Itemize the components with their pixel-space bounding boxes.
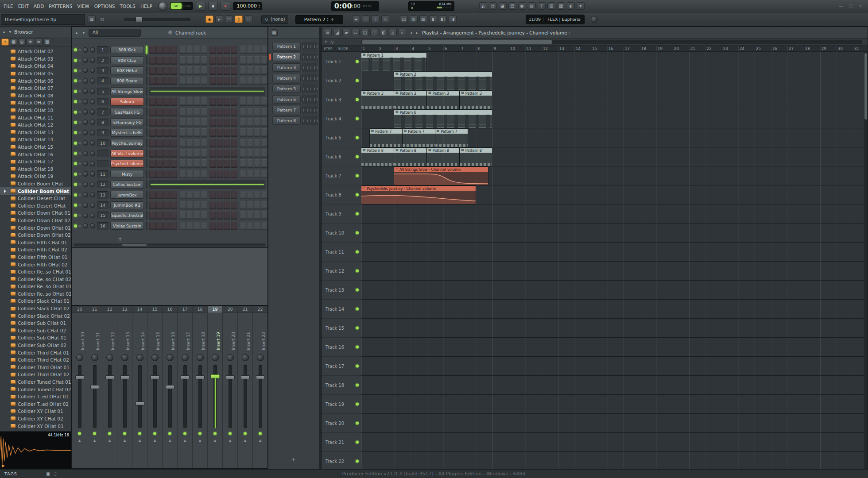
pattern-row[interactable]: Pattern 4 [268,73,319,84]
rack-collapse-icon[interactable]: ▴ [74,29,79,36]
step-cell[interactable] [261,170,267,178]
tempo-display[interactable]: 100.000 ▴▾ [233,2,262,10]
mixer-fader-handle[interactable] [151,375,159,379]
step-cell[interactable] [156,159,163,168]
step-cell[interactable] [254,191,260,199]
step-cell[interactable] [186,108,193,116]
step-cell[interactable] [163,201,170,209]
mixer-fader-handle[interactable] [75,375,84,379]
step-cell[interactable] [261,149,267,158]
channel-number[interactable]: 9 [97,129,108,136]
add-channel-button[interactable]: + [116,236,124,242]
browser-item[interactable]: Attack OHat 11 [0,114,71,121]
step-cell[interactable] [231,191,237,199]
channel-button[interactable]: Cellos Sustain [110,181,144,189]
step-cell[interactable] [247,139,253,147]
playlist-v-scrollbar[interactable] [864,52,868,469]
playlist-track-led[interactable] [356,136,359,139]
step-cell[interactable] [201,211,207,220]
step-cell[interactable] [231,118,237,127]
step-cell[interactable] [231,66,237,75]
mixer-track-name[interactable]: Insert 20 [223,313,237,352]
step-cell[interactable] [224,66,230,75]
pointer-tool-icon[interactable]: ◢ [333,29,341,36]
channel-enable-led[interactable] [74,183,77,186]
step-cell[interactable] [240,118,246,127]
step-cell[interactable] [261,159,267,168]
visualizer-icon[interactable]: ▦ [557,2,565,10]
mixer-track-led[interactable] [153,432,156,435]
mixer-track-number[interactable]: 21 [238,306,252,313]
browser-item[interactable]: Collider Desert OHat [0,202,71,209]
browser-item[interactable]: Collider Sub OHat 01 [0,334,71,342]
step-cell[interactable] [254,170,260,178]
browser-item[interactable]: Attack OHat 04 [0,62,71,70]
pattern-mode-label[interactable]: PAT [171,3,182,9]
step-cell[interactable] [254,118,260,127]
step-cell[interactable] [254,222,260,230]
step-cell[interactable] [209,97,216,106]
pan-knob[interactable] [83,120,88,125]
playlist-track-header[interactable]: Track 20 [322,414,361,433]
step-cell[interactable] [170,128,177,137]
playlist-track-led[interactable] [356,231,359,235]
step-cell[interactable] [209,118,216,127]
step-cell[interactable] [224,56,230,65]
browser-item[interactable]: Collider Third CHat 02 [0,356,71,364]
mixer-track-number[interactable]: 14 [132,306,147,313]
pan-knob[interactable] [83,130,88,135]
mixer-strip[interactable]: 17Insert 17▲ [178,306,193,468]
step-cell[interactable] [149,128,156,137]
step-cell[interactable] [194,97,200,106]
pan-knob[interactable] [83,161,88,166]
browser-item[interactable]: Attack OHat 03 [0,55,71,63]
step-grid[interactable] [149,139,268,147]
pattern-name-button[interactable]: Pattern 6 [272,95,301,104]
step-cell[interactable] [224,191,230,199]
step-grid[interactable] [149,221,268,230]
channel-number[interactable]: 13 [97,191,108,199]
mixer-strip[interactable]: 12Insert 12▲ [102,306,117,468]
browser-item[interactable]: Collider Fifth OHat 01 [0,254,71,261]
step-cell[interactable] [254,108,260,116]
pattern-clip[interactable]: ▤Pattern 7 [403,129,435,147]
step-cell[interactable] [217,191,223,199]
step-cell[interactable] [261,191,267,199]
add-track-icon[interactable]: + [324,38,328,46]
browser-item[interactable]: Attack OHat 09 [0,99,71,107]
mixer-pan-knob[interactable] [91,354,98,361]
pattern-list-menu-icon[interactable]: ▦ [271,29,278,36]
mixer-fader-handle[interactable] [211,374,220,378]
step-cell[interactable] [254,139,260,147]
pattern-name-button[interactable]: Pattern 1 [272,42,301,50]
mixer-track-led[interactable] [213,432,217,435]
browser-item[interactable]: Collider T..ed OHat 02 [0,401,71,408]
step-cell[interactable] [163,159,170,168]
step-cell[interactable] [209,211,216,220]
step-cell[interactable] [261,139,267,147]
mixer-scroll-arrow-icon[interactable]: ▲ [213,439,216,443]
step-cell[interactable] [217,128,223,137]
step-cell[interactable] [194,159,200,168]
browser-item[interactable]: Collider Down OHat 01 [0,224,71,231]
step-cell[interactable] [217,211,223,220]
playlist-track-led[interactable] [356,403,359,406]
collapse-icon[interactable]: ▴ [2,28,6,35]
playlist-h-scrollbar[interactable] [361,40,862,44]
mixer-fader-handle[interactable] [226,375,235,379]
mixer-scroll-arrow-icon[interactable]: ▲ [108,439,111,443]
step-cell[interactable] [179,201,186,209]
rack-menu-icon[interactable] [168,31,173,35]
mixer-toggle-icon[interactable]: ▮ [429,15,437,23]
step-cell[interactable] [170,159,177,168]
metronome-icon[interactable]: ◭ [479,2,487,10]
step-forward-icon[interactable]: ▸ [215,15,223,23]
mixer-track-name[interactable]: Insert 21 [238,313,252,352]
mixer-fader[interactable] [223,363,237,430]
browser-item[interactable]: Collider Desert CHat [0,195,71,202]
pattern-name-button[interactable]: Pattern 3 [272,63,301,72]
mixer-fader-handle[interactable] [90,385,99,389]
mixer-pan-knob[interactable] [212,354,219,361]
playlist-track-led[interactable] [356,365,359,368]
step-cell[interactable] [217,108,223,116]
